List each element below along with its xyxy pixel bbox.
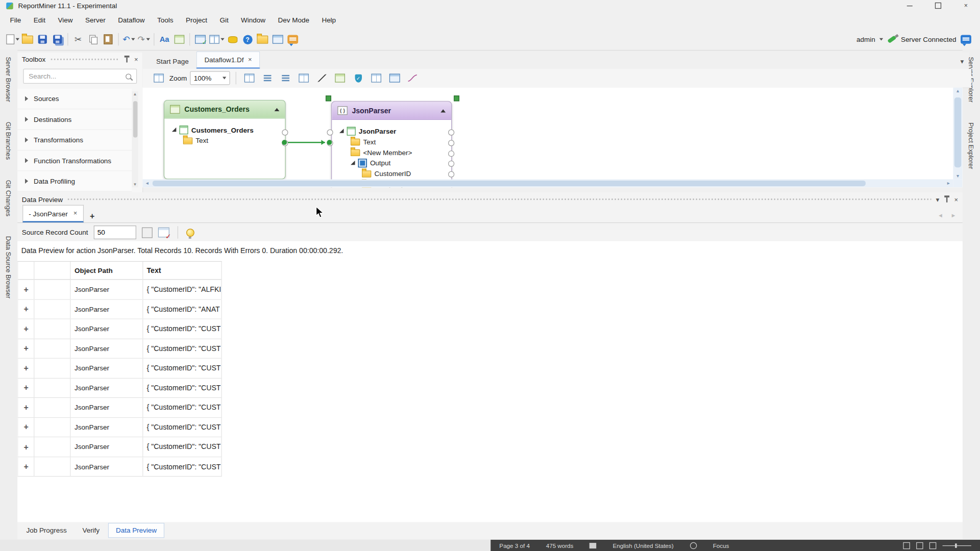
format-button[interactable] [173, 32, 186, 46]
expand-row-button[interactable]: + [18, 319, 35, 338]
row-selector-cell[interactable] [35, 319, 71, 338]
expand-row-button[interactable]: + [18, 299, 35, 318]
scrollbar-thumb[interactable] [133, 101, 137, 137]
table-row[interactable]: +JsonParser{ "CustomerID": "CUST [17, 437, 222, 457]
curved-link-button[interactable] [406, 70, 420, 85]
dataflow-canvas[interactable]: Customers_Orders Customers_Orders Text {… [142, 87, 963, 187]
tab-dataflow1[interactable]: Dataflow1.Df × [196, 51, 260, 68]
row-selector-cell[interactable] [35, 280, 71, 299]
cut-button[interactable]: ✂ [71, 32, 85, 46]
row-selector-cell[interactable] [35, 398, 71, 417]
table-row[interactable]: +JsonParser{ "CustomerID": "ALFKI [17, 280, 222, 300]
selection-handle[interactable] [326, 95, 331, 101]
save-all-button[interactable] [51, 32, 64, 46]
user-name[interactable]: admin [856, 36, 875, 43]
toolbox-item-transformations[interactable]: Transformations [17, 130, 132, 151]
link-endpoint[interactable] [282, 140, 287, 145]
menu-item-server[interactable]: Server [79, 13, 112, 27]
expand-row-button[interactable]: + [18, 398, 35, 417]
tree-expander-icon[interactable] [172, 128, 177, 132]
output-port[interactable] [448, 151, 454, 157]
tab-nav-left-icon[interactable]: ◄ [938, 213, 943, 219]
scroll-right-icon[interactable]: ► [946, 181, 950, 186]
row-selector-cell[interactable] [35, 378, 71, 397]
panel-grip[interactable] [67, 198, 932, 201]
print-layout-icon[interactable] [916, 542, 923, 548]
node-jsonparser[interactable]: { } JsonParser JsonParser Text <New Memb… [331, 101, 452, 187]
scroll-down-icon[interactable]: ▼ [133, 182, 137, 186]
canvas-vertical-scrollbar[interactable]: ▲ ▼ [953, 87, 962, 179]
menu-item-file[interactable]: File [4, 13, 27, 27]
scroll-left-icon[interactable]: ◄ [145, 181, 149, 186]
copy-button[interactable] [86, 32, 100, 46]
expand-row-button[interactable]: + [18, 437, 35, 456]
accessibility-icon[interactable] [690, 542, 696, 548]
toolbox-scrollbar[interactable]: ▲ ▼ [132, 91, 138, 188]
chevron-down-icon[interactable] [879, 38, 883, 41]
dataflow-link[interactable] [286, 142, 325, 143]
toolbox-item-function-transformations[interactable]: Function Transformations [17, 151, 132, 171]
row-selector-cell[interactable] [35, 359, 71, 378]
table-row[interactable]: +JsonParser{ "CustomerID": "CUST [17, 398, 222, 418]
output-port[interactable] [448, 129, 454, 135]
align-list-button[interactable] [279, 70, 292, 85]
tab-nav-right-icon[interactable]: ► [951, 213, 957, 219]
table-row[interactable]: +JsonParser{ "CustomerID": "ANAT [17, 299, 222, 319]
tab-start-page[interactable]: Start Page [149, 53, 196, 69]
scroll-up-icon[interactable]: ▲ [955, 89, 960, 93]
web-layout-icon[interactable] [929, 542, 936, 548]
close-icon[interactable]: × [954, 196, 959, 203]
preview-tab-jsonparser[interactable]: - JsonParser × [22, 205, 83, 222]
expand-row-button[interactable]: + [18, 359, 35, 378]
output-port[interactable] [448, 140, 454, 146]
close-tab-icon[interactable]: × [74, 210, 78, 217]
read-mode-icon[interactable] [903, 542, 910, 548]
menu-item-dev-mode[interactable]: Dev Mode [272, 13, 315, 27]
row-selector-cell[interactable] [35, 339, 71, 358]
tree-row[interactable]: Customers_Orders [164, 124, 285, 135]
straight-link-button[interactable] [315, 70, 329, 85]
menu-item-git[interactable]: Git [213, 13, 235, 27]
expand-row-button[interactable]: + [18, 457, 35, 476]
column-header-text[interactable]: Text [143, 262, 222, 279]
verify-dataflow-button[interactable]: ✓ [193, 32, 207, 46]
job-database-button[interactable] [226, 32, 239, 46]
sidebar-tab-server-browser[interactable]: Server Browser [5, 55, 13, 104]
show-grid-button[interactable] [297, 70, 311, 85]
menu-item-help[interactable]: Help [315, 13, 342, 27]
expand-row-button[interactable]: + [18, 378, 35, 397]
table-row[interactable]: +JsonParser{ "CustomerID": "CUST [17, 418, 222, 438]
save-button[interactable] [36, 32, 50, 46]
row-selector-cell[interactable] [35, 418, 71, 437]
tree-row[interactable]: Text [164, 135, 285, 145]
add-preview-tab-button[interactable]: + [86, 209, 98, 222]
output-port[interactable] [448, 171, 454, 178]
new-file-button[interactable] [6, 32, 19, 46]
expand-row-button[interactable]: + [18, 339, 35, 358]
menu-item-tools[interactable]: Tools [151, 13, 180, 27]
menu-item-project[interactable]: Project [180, 13, 213, 27]
feedback-button[interactable] [286, 32, 300, 46]
toolbox-item-data-profiling[interactable]: Data Profiling [17, 171, 132, 192]
row-selector-cell[interactable] [35, 437, 71, 456]
undo-button[interactable]: ↶ [122, 32, 136, 46]
tree-row[interactable]: JsonParser [332, 126, 451, 136]
tree-expander-icon[interactable] [351, 161, 355, 165]
minimize-button[interactable] [896, 0, 924, 11]
menu-item-window[interactable]: Window [235, 13, 272, 27]
canvas-horizontal-scrollbar[interactable]: ◄ ► [142, 179, 953, 187]
collapse-node-icon[interactable] [275, 108, 280, 111]
tree-row[interactable]: <New Member> [332, 147, 451, 158]
language-indicator[interactable]: English (United States) [613, 542, 674, 548]
tip-lightbulb-icon[interactable] [186, 229, 194, 237]
row-selector-cell[interactable] [35, 299, 71, 318]
zoom-slider[interactable] [943, 545, 971, 545]
paste-button[interactable] [101, 32, 115, 46]
tree-row[interactable]: CustomerID [332, 168, 451, 179]
panel-grip[interactable] [50, 58, 119, 61]
focus-mode[interactable]: Focus [713, 542, 729, 548]
scrollbar-thumb[interactable] [954, 97, 961, 167]
toolbox-item-destinations[interactable]: Destinations [17, 109, 132, 130]
sidebar-tab-project-explorer[interactable]: Project Explorer [968, 120, 975, 171]
tree-row[interactable]: Output [332, 158, 451, 168]
